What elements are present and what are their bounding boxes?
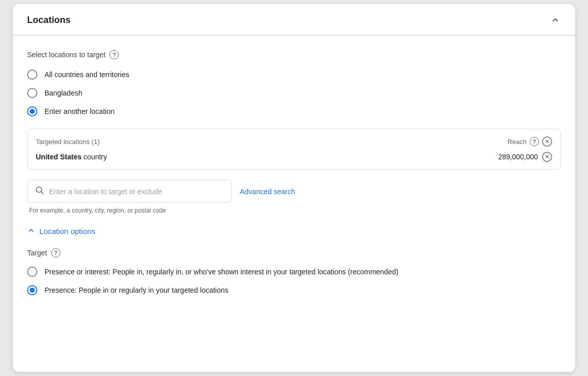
card-header: Locations bbox=[13, 4, 575, 35]
target-radio-item-presence-interest[interactable]: Presence or interest: People in, regular… bbox=[27, 267, 561, 277]
card-body: Select locations to target ? All countri… bbox=[13, 36, 575, 312]
search-hint: For example, a country, city, region, or… bbox=[29, 207, 561, 214]
radio-label-bangladesh: Bangladesh bbox=[44, 89, 82, 97]
target-radio-label-presence: Presence: People in or regularly in your… bbox=[44, 286, 229, 294]
reach-close-icon[interactable]: ✕ bbox=[542, 136, 552, 147]
radio-circle-all[interactable] bbox=[27, 69, 37, 80]
target-radio-circle-presence-interest[interactable] bbox=[27, 267, 37, 277]
radio-circle-another[interactable] bbox=[27, 106, 37, 116]
radio-item-bangladesh[interactable]: Bangladesh bbox=[27, 88, 561, 98]
target-radio-item-presence[interactable]: Presence: People in or regularly in your… bbox=[27, 285, 561, 295]
search-icon bbox=[35, 185, 44, 197]
select-locations-help-icon[interactable]: ? bbox=[109, 50, 119, 59]
location-radio-group: All countries and territories Bangladesh… bbox=[27, 69, 561, 116]
search-box[interactable] bbox=[27, 180, 232, 203]
location-options-title: Location options bbox=[39, 227, 95, 236]
targeted-location-text: United States country bbox=[36, 153, 107, 161]
reach-help-icon[interactable]: ? bbox=[530, 137, 539, 146]
targeted-locations-label: Targeted locations (1) bbox=[36, 138, 100, 146]
radio-circle-bangladesh[interactable] bbox=[27, 88, 37, 98]
radio-label-all: All countries and territories bbox=[44, 70, 129, 79]
target-radio-group: Presence or interest: People in, regular… bbox=[27, 267, 561, 295]
radio-label-another: Enter another location bbox=[44, 107, 115, 115]
advanced-search-link[interactable]: Advanced search bbox=[240, 187, 295, 196]
target-help-icon[interactable]: ? bbox=[51, 248, 60, 257]
card-title: Locations bbox=[27, 15, 71, 26]
svg-line-1 bbox=[41, 192, 43, 194]
collapse-button[interactable] bbox=[550, 14, 561, 26]
targeted-reach-row: 289,000,000 ✕ bbox=[498, 152, 552, 162]
target-label: Target ? bbox=[27, 248, 561, 257]
targeted-header: Targeted locations (1) Reach ? ✕ bbox=[36, 136, 552, 147]
select-locations-label: Select locations to target ? bbox=[27, 50, 561, 59]
radio-item-another[interactable]: Enter another location bbox=[27, 106, 561, 116]
location-remove-icon[interactable]: ✕ bbox=[542, 152, 552, 162]
target-radio-circle-presence[interactable] bbox=[27, 285, 37, 295]
location-search-input[interactable] bbox=[49, 187, 224, 196]
location-options-chevron-icon bbox=[27, 226, 35, 236]
location-options-header[interactable]: Location options bbox=[27, 226, 561, 236]
locations-card: Locations Select locations to target ? A… bbox=[13, 4, 575, 372]
radio-item-all[interactable]: All countries and territories bbox=[27, 69, 561, 80]
targeted-locations-box: Targeted locations (1) Reach ? ✕ United … bbox=[27, 129, 561, 170]
target-radio-label-presence-interest: Presence or interest: People in, regular… bbox=[44, 268, 398, 276]
reach-label-row: Reach ? ✕ bbox=[507, 136, 552, 147]
targeted-location-row: United States country 289,000,000 ✕ bbox=[36, 152, 552, 162]
search-row: Advanced search bbox=[27, 180, 561, 203]
